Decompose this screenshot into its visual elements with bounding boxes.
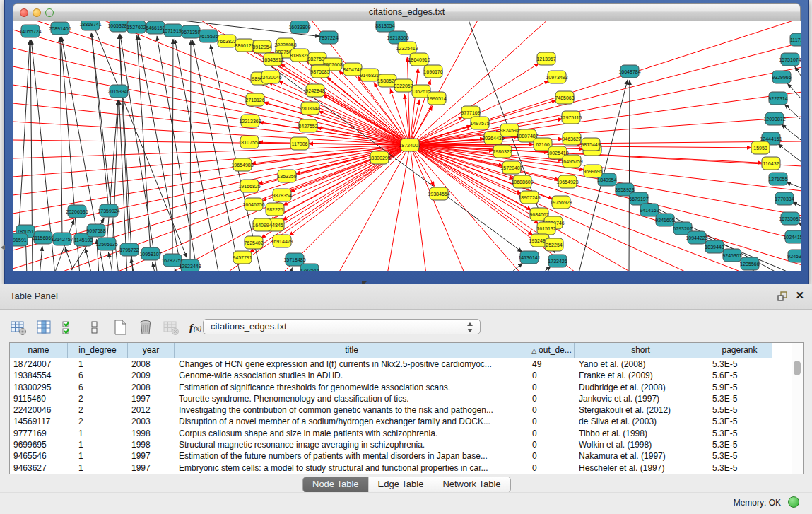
table-row[interactable]: 1456911722003Disruption of a novel membe… [10, 416, 803, 427]
table-row[interactable]: 911546021997Tourette syndrome. Phenomeno… [10, 393, 803, 404]
node[interactable]: 16735082 [779, 212, 801, 225]
column-header-name[interactable]: name [10, 343, 68, 358]
selected-node[interactable]: 19166825 [238, 180, 260, 192]
table-cell[interactable]: 1998 [128, 439, 175, 450]
delete-table-icon[interactable] [162, 318, 180, 337]
node[interactable]: 391591 [13, 233, 28, 246]
table-cell[interactable]: 1998 [128, 428, 175, 439]
show-columns-icon[interactable] [35, 318, 53, 337]
table-cell[interactable]: 5.3E-5 [707, 358, 772, 370]
selected-node[interactable]: 16495759 [560, 155, 582, 168]
table-cell[interactable]: 0 [529, 404, 575, 416]
table-row[interactable]: 1872400712008Changes of HCN gene express… [10, 358, 803, 370]
table-cell[interactable]: 9463627 [10, 462, 68, 474]
network-canvas[interactable]: 1405572420891406188197411065328715276026… [13, 21, 801, 271]
table-cell[interactable]: Yano et al. (2008) [575, 358, 707, 370]
tab-network-table[interactable]: Network Table [433, 477, 510, 492]
table-cell[interactable]: 5.3E-5 [707, 428, 772, 439]
selected-node[interactable]: 15958 [751, 141, 770, 154]
table-cell[interactable]: Estimation of the future numbers of pati… [175, 450, 529, 462]
table-cell[interactable]: 2012 [128, 404, 175, 416]
selected-node[interactable]: 9699695 [583, 165, 602, 177]
node[interactable]: 1235566 [740, 257, 759, 270]
table-cell[interactable]: 1997 [128, 462, 175, 474]
table-cell[interactable]: Wolkin et al. (1998) [575, 439, 707, 450]
selected-node[interactable]: 10973493 [546, 71, 567, 83]
node[interactable]: 14136141 [518, 251, 540, 264]
selected-node[interactable]: 1353359 [277, 170, 296, 182]
select-all-icon[interactable] [60, 318, 78, 337]
table-cell[interactable]: Investigating the contribution of common… [175, 404, 529, 416]
selected-node[interactable]: 19384554 [428, 187, 449, 200]
selected-node[interactable]: 12325419 [396, 42, 418, 54]
table-cell[interactable]: 5.3E-5 [707, 393, 772, 404]
table-cell[interactable]: 5.9E-5 [707, 382, 772, 393]
table-cell[interactable]: Tibbo et al. (1998) [575, 428, 707, 439]
table-cell[interactable]: Changes of HCN gene expression and I(f) … [175, 358, 529, 370]
node[interactable]: 1271055 [768, 173, 787, 185]
node[interactable]: 9245301 [722, 249, 741, 262]
table-cell[interactable]: 2 [68, 393, 128, 404]
table-cell[interactable]: Structural magnetic resonance image aver… [175, 439, 529, 450]
column-header-in_degree[interactable]: in_degree [68, 343, 128, 358]
selected-node[interactable]: 18640910 [408, 53, 430, 66]
selected-node[interactable]: 19654923 [556, 175, 578, 188]
selected-node[interactable]: 9878354 [272, 189, 291, 201]
selected-node[interactable]: 18300295 [368, 151, 390, 164]
selected-node[interactable]: 9463627 [562, 132, 581, 145]
table-cell[interactable]: 2009 [128, 370, 175, 381]
table-cell[interactable]: Corpus callosum shape and size in male p… [175, 428, 529, 439]
node[interactable]: 20891406 [49, 22, 71, 35]
delete-entries-icon[interactable] [136, 318, 155, 337]
float-panel-icon[interactable] [777, 291, 788, 302]
selected-node[interactable]: 12213363 [239, 115, 261, 127]
scrollbar-thumb[interactable] [794, 361, 801, 375]
selected-node[interactable]: 982225 [266, 203, 284, 216]
node[interactable]: 7857224 [319, 31, 338, 44]
tab-edge-table[interactable]: Edge Table [368, 477, 433, 492]
selected-node[interactable]: 19756928 [550, 196, 572, 209]
node[interactable]: 20153346 [107, 85, 129, 98]
selected-node[interactable]: 1990514 [427, 92, 446, 105]
table-cell[interactable]: 0 [529, 416, 575, 427]
node[interactable]: 9241605 [655, 214, 674, 226]
node[interactable]: 9245302 [787, 250, 801, 262]
selected-node[interactable]: 7663822 [217, 35, 236, 47]
selected-node[interactable]: 8322057 [394, 79, 413, 92]
selected-node[interactable]: 16914479 [271, 235, 293, 247]
selected-node[interactable]: 9242848 [305, 84, 324, 97]
selected-node[interactable]: 8427552 [298, 119, 317, 132]
column-header-short[interactable]: short [575, 343, 707, 358]
table-options-icon[interactable] [9, 318, 28, 337]
node[interactable]: 9414162 [640, 204, 659, 216]
node[interactable]: 1795722 [119, 243, 139, 256]
node[interactable]: 1770334 [775, 192, 794, 205]
node[interactable]: 10244151 [783, 230, 801, 243]
new-table-icon[interactable] [111, 318, 129, 337]
table-row[interactable]: 2242004622012Investigating the contribut… [10, 404, 803, 416]
column-header-year[interactable]: year [128, 343, 175, 358]
table-cell[interactable]: Jankovic et al. (1997) [575, 393, 707, 404]
table-cell[interactable]: de Silva et al. (2003) [575, 416, 707, 427]
selected-node[interactable]: 2718126 [245, 93, 264, 106]
node[interactable]: 17359924 [98, 204, 119, 217]
table-cell[interactable]: 2008 [128, 358, 175, 370]
selected-node[interactable]: 1213967 [536, 52, 555, 65]
table-cell[interactable]: Disruption of a novel member of a sodium… [175, 416, 529, 427]
selected-node[interactable]: 7485063 [555, 91, 574, 104]
node[interactable]: 7615526 [199, 30, 218, 42]
selected-node[interactable]: 18724007 [399, 139, 420, 151]
table-row[interactable]: 1830029562008Estimation of significance … [10, 382, 803, 393]
table-cell[interactable]: 5.3E-5 [707, 450, 772, 462]
table-cell[interactable]: 0 [529, 450, 575, 462]
table-cell[interactable]: 1 [68, 439, 128, 450]
node[interactable]: 18819741 [79, 21, 101, 30]
window-titlebar[interactable]: citations_edges.txt [13, 3, 801, 21]
table-cell[interactable]: 0 [529, 370, 575, 381]
node-table[interactable]: namein_degreeyeartitle△out_de...shortpag… [9, 342, 804, 474]
node[interactable]: 15751074 [779, 53, 801, 66]
selected-node[interactable]: 1497575 [470, 117, 489, 129]
selected-node[interactable]: 12975115 [560, 111, 582, 124]
table-cell[interactable]: 5.3E-5 [707, 416, 772, 427]
node[interactable]: 1527602 [126, 21, 146, 33]
